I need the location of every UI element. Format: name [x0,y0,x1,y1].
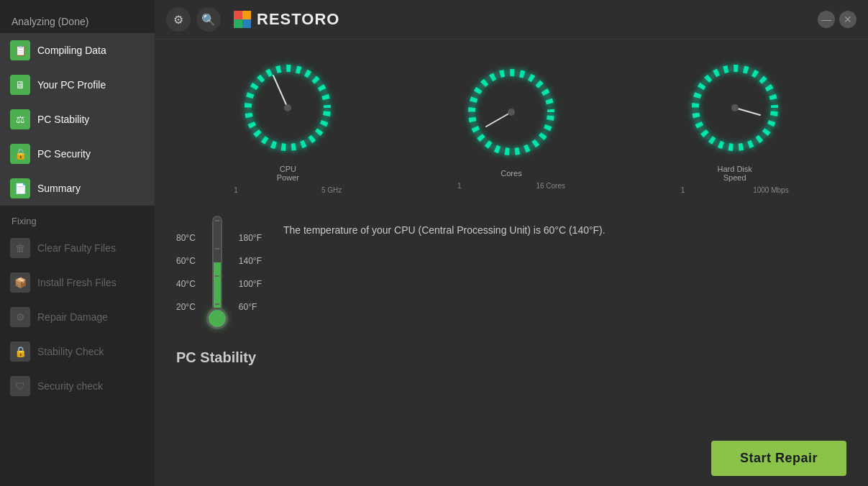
sidebar-item-stability-check[interactable]: 🔒 Stability Check [0,334,155,369]
security-check-icon: 🛡 [10,376,30,396]
header-controls: — ✕ [818,11,856,28]
sidebar-title: Analyzing (Done) [0,7,155,33]
cores-max: 16 Cores [536,182,565,190]
svg-rect-2 [234,19,242,28]
settings-button[interactable]: ⚙ [166,7,191,32]
sidebar-label-pc-stability: PC Stability [37,114,89,125]
thermometer-body [203,216,232,329]
cores-gauge-wrap [457,58,565,166]
temp-100f: 100°F [239,279,262,289]
svg-point-15 [731,104,739,111]
sidebar-label-clear-faulty-files: Clear Faulty Files [37,242,116,254]
temp-60c: 60°C [176,256,196,266]
temp-140f: 140°F [239,256,262,266]
sidebar-label-stability-check: Stability Check [37,346,104,357]
bottom-bar: Start Repair [155,431,868,486]
temp-c-labels: 80°C 60°C 40°C 20°C [176,233,196,312]
sidebar-item-summary[interactable]: 📄 Summary [0,171,155,206]
hard-disk-gauge-wrap [681,54,789,162]
search-button[interactable]: 🔍 [196,7,221,32]
sidebar-label-summary: Summary [37,183,81,194]
temp-180f: 180°F [239,233,262,243]
logo-icon [234,11,251,28]
sidebar-item-install-fresh-files[interactable]: 📦 Install Fresh Files [0,265,155,300]
main-content: ⚙ 🔍 RESTORO — ✕ [155,0,868,486]
sidebar-item-your-pc-profile[interactable]: 🖥 Your PC Profile [0,68,155,102]
temp-60f: 60°F [239,302,262,312]
svg-rect-3 [242,19,251,28]
pc-stability-icon: ⚖ [10,109,30,129]
sidebar-label-pc-security: PC Security [37,148,91,160]
cores-min: 1 [457,182,462,190]
temperature-message: The temperature of your CPU (Central Pro… [283,216,846,238]
svg-point-7 [284,104,291,111]
compiling-data-icon: 📋 [10,40,30,60]
cpu-power-gauge-wrap [234,54,342,162]
svg-point-11 [508,109,515,116]
hard-disk-max: 1000 Mbps [753,186,788,194]
cpu-power-gauge: CPUPower 1 5 GHz [234,54,342,194]
cores-svg [457,58,565,166]
svg-rect-0 [234,11,242,19]
pc-stability-section-title: PC Stability [176,349,256,366]
cores-gauge: Cores 1 16 Cores [457,58,565,190]
lower-section: 80°C 60°C 40°C 20°C [176,216,846,329]
content-area: CPUPower 1 5 GHz Cores [155,40,868,431]
cpu-power-range: 1 5 GHz [234,186,342,194]
temp-40c: 40°C [176,279,196,289]
sidebar-label-compiling-data: Compiling Data [37,45,106,56]
svg-line-14 [735,108,760,115]
sidebar-label-repair-damage: Repair Damage [37,311,108,323]
thermometer-wrap: 80°C 60°C 40°C 20°C [176,216,262,329]
pc-security-icon: 🔒 [10,144,30,164]
hard-disk-min: 1 [681,186,685,194]
cpu-power-max: 5 GHz [321,186,342,194]
sidebar-label-install-fresh-files: Install Fresh Files [37,277,117,288]
header: ⚙ 🔍 RESTORO — ✕ [155,0,868,40]
sidebar-label-security-check: Security check [37,380,103,392]
hard-disk-label: Hard DiskSpeed [717,165,751,182]
sidebar-item-pc-stability[interactable]: ⚖ PC Stability [0,102,155,137]
cores-range: 1 16 Cores [457,182,565,190]
start-repair-button[interactable]: Start Repair [711,441,846,476]
temp-20c: 20°C [176,302,196,312]
thermo-ticks [214,217,221,308]
svg-line-6 [273,75,288,108]
sidebar-item-security-check[interactable]: 🛡 Security check [0,369,155,403]
sidebar-item-clear-faulty-files[interactable]: 🗑 Clear Faulty Files [0,231,155,265]
cores-label: Cores [501,169,521,178]
hard-disk-range: 1 1000 Mbps [681,186,789,194]
close-button[interactable]: ✕ [839,11,856,28]
cpu-power-min: 1 [234,186,238,194]
sidebar-item-pc-security[interactable]: 🔒 PC Security [0,137,155,171]
sidebar-item-compiling-data[interactable]: 📋 Compiling Data [0,33,155,68]
clear-faulty-files-icon: 🗑 [10,238,30,258]
temp-80c: 80°C [176,233,196,243]
repair-damage-icon: ⚙ [10,307,30,327]
gauges-row: CPUPower 1 5 GHz Cores [176,54,846,194]
summary-icon: 📄 [10,178,30,198]
logo-area: RESTORO [234,10,339,29]
svg-rect-1 [242,11,251,19]
header-left: ⚙ 🔍 RESTORO [166,7,339,32]
thermo-tube [212,216,222,309]
sidebar-item-repair-damage[interactable]: ⚙ Repair Damage [0,300,155,334]
fixing-section-label: Fixing [0,206,155,231]
cpu-power-label: CPUPower [277,165,299,182]
hard-disk-svg [681,54,789,162]
svg-line-10 [486,112,511,127]
thermo-bulb [206,308,228,329]
cpu-power-svg [234,54,342,162]
your-pc-profile-icon: 🖥 [10,75,30,95]
temp-f-labels: 180°F 140°F 100°F 60°F [239,233,262,312]
hard-disk-gauge: Hard DiskSpeed 1 1000 Mbps [681,54,789,194]
sidebar-label-your-pc-profile: Your PC Profile [37,79,106,91]
install-fresh-files-icon: 📦 [10,272,30,293]
minimize-button[interactable]: — [818,11,835,28]
sidebar: Analyzing (Done) 📋 Compiling Data 🖥 Your… [0,0,155,486]
logo-text: RESTORO [257,10,339,29]
stability-check-icon: 🔒 [10,341,30,362]
